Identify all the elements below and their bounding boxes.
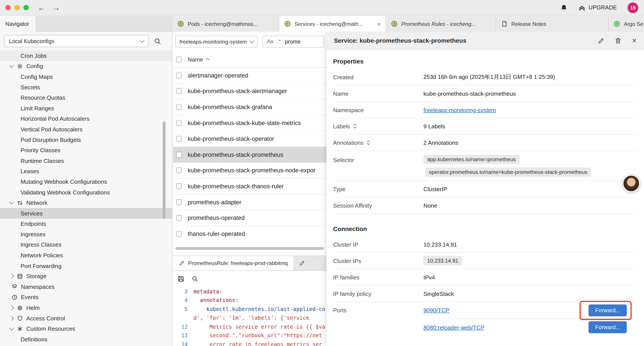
delete-trash-icon[interactable] [615,37,622,44]
sidebar-item-helm[interactable]: Helm [0,303,172,313]
forward-button[interactable]: Forward... [588,321,627,333]
tab-release-notes[interactable]: Release Notes [496,16,608,31]
code-line: 13 second.","runbook_url":"https://net [175,331,326,340]
table-row[interactable]: prometheus-operated [173,210,326,226]
row-checkbox[interactable] [176,120,182,126]
maximize-window-button[interactable] [24,5,29,10]
sidebar-item-ingresses[interactable]: Ingresses [0,229,172,240]
editor-tab-partial[interactable] [294,256,326,270]
select-all-checkbox[interactable] [176,56,182,62]
search-value: prome [285,38,301,44]
sidebar-item-access-control[interactable]: Access Control [0,313,172,324]
sidebar-item-config[interactable]: Config [0,61,172,71]
namespaces-layers-icon [12,284,18,290]
notifications-bell-icon[interactable] [560,4,568,11]
user-avatar[interactable] [623,175,640,192]
sidebar-item-cron-jobs[interactable]: Cron Jobs [0,50,172,61]
sidebar-item-port-forwarding[interactable]: Port Forwarding [0,261,172,271]
row-checkbox[interactable] [176,215,182,221]
edit-pencil-icon[interactable] [598,37,604,44]
editor-search-icon[interactable] [192,276,198,282]
row-checkbox[interactable] [176,183,182,189]
name-column-header[interactable]: Name [188,56,209,63]
sidebar-item-secrets[interactable]: Secrets [0,82,172,92]
sidebar-item-leases[interactable]: Leases [0,166,172,177]
tab-label: Pods - icecheng@mathmas... [188,21,258,27]
sidebar-item-events[interactable]: Events [0,292,172,303]
upgrade-button[interactable]: UPGRADE [578,4,617,11]
sidebar-item-services[interactable]: Services [0,208,172,219]
port-link-8080-reloader-web[interactable]: 8080:reloader-web/TCP [424,324,485,331]
row-checkbox[interactable] [176,88,182,94]
sidebar-item-config-maps[interactable]: Config Maps [0,71,172,82]
line-number: 3 [175,287,193,296]
expand-chevrons-icon[interactable] [366,140,370,145]
sidebar-item-custom-resources[interactable]: Custom Resources [0,324,172,334]
sidebar-item-endpoints[interactable]: Endpoints [0,219,172,229]
close-icon[interactable]: × [632,36,636,44]
sidebar-item-validating-webhook-configurations[interactable]: Validating Webhook Configurations [0,187,172,198]
forward-button[interactable]: Forward... [588,304,627,316]
row-checkbox[interactable] [176,231,182,237]
close-tab-icon[interactable]: × [374,20,381,27]
editor-tab-prometheusrule[interactable]: PrometheusRule: freeleaps-prod-rabbitmq [173,256,294,270]
notification-count-badge[interactable]: 15 [628,2,638,13]
sidebar-search-icon[interactable] [154,37,161,44]
sidebar-item-mutating-webhook-configurations[interactable]: Mutating Webhook Configurations [0,177,172,187]
row-checkbox[interactable] [176,152,182,157]
sidebar-item-resource-quotas[interactable]: Resource Quotas [0,92,172,103]
sidebar-item-storage[interactable]: Storage [0,271,172,282]
sidebar-item-limit-ranges[interactable]: Limit Ranges [0,103,172,113]
minimize-window-button[interactable] [14,5,20,10]
search-input[interactable]: Aa .* prome [262,35,324,47]
line-number [175,314,193,322]
sidebar-item-network-policies[interactable]: Network Policies [0,250,172,261]
sidebar-scrollbar[interactable] [163,122,166,219]
table-row[interactable]: kube-prometheus-stack-grafana [173,99,326,115]
sidebar-item-vertical-pod-autoscalers[interactable]: Vertical Pod Autoscalers [0,124,172,134]
row-checkbox[interactable] [176,168,182,173]
regex-icon[interactable]: .* [277,38,281,44]
sidebar-item-network[interactable]: Network [0,198,172,208]
sidebar-item-horizontal-pod-autoscalers[interactable]: Horizontal Pod Autoscalers [0,113,172,124]
port-link-9090[interactable]: 9090/TCP [424,307,449,314]
table-row[interactable]: prometheus-adapter [173,194,326,210]
row-checkbox[interactable] [176,199,182,205]
forward-icon[interactable]: → [52,4,60,11]
sidebar-item-namespaces[interactable]: Namespaces [0,281,172,292]
table-row[interactable]: thanos-ruler-operated [173,226,326,242]
tab-pods[interactable]: Pods - icecheng@mathmas... [172,16,279,31]
custom-resources-asterisk-icon [17,326,23,332]
table-row[interactable]: alertmanager-operated [173,68,326,83]
row-checkbox[interactable] [176,104,182,110]
connection-row-cluster-ips: Cluster IPs 10.233.14.91 [333,253,638,269]
table-row-selected[interactable]: kube-prometheus-stack-prometheus [173,147,326,163]
table-row[interactable]: kube-prometheus-stack-operator [173,131,326,147]
yaml-editor[interactable]: 3metadata: 4 annotations: 5 kubectl.kube… [173,287,326,346]
horizontal-scrollbar[interactable] [175,247,324,250]
table-row[interactable]: kube-prometheus-stack-thanos-ruler [173,178,326,194]
match-case-icon[interactable]: Aa [267,38,273,44]
tab-argo[interactable]: Argo Se [609,16,644,31]
sidebar-item-definitions[interactable]: Definitions [0,334,172,345]
row-checkbox[interactable] [176,72,182,78]
close-window-button[interactable] [5,5,10,10]
table-row[interactable]: kube-prometheus-stack-kube-state-metrics [173,115,326,131]
sidebar-item-priority-classes[interactable]: Priority Classes [0,145,172,155]
sidebar-item-pod-disruption-budgets[interactable]: Pod Disruption Budgets [0,134,172,145]
annotation-highlight-box: Forward... [588,304,627,316]
tab-services[interactable]: Services - icecheng@math... × [279,16,386,31]
back-icon[interactable]: ← [38,4,45,11]
sidebar-item-ingress-classes[interactable]: Ingress Classes [0,240,172,250]
table-row[interactable]: kube-prometheus-stack-alertmanager [173,83,326,99]
namespace-selector[interactable]: freeleaps-monitoring-system [175,35,258,47]
kubeconfig-selector[interactable]: Local Kubeconfigs [4,35,149,47]
save-icon[interactable] [177,275,184,282]
expand-chevrons-icon[interactable] [353,123,357,129]
namespace-link[interactable]: freeleaps-monitoring-system [424,106,496,113]
sidebar-item-runtime-classes[interactable]: Runtime Classes [0,155,172,166]
port-line: 8080:reloader-web/TCP Forward... [424,319,638,336]
table-row[interactable]: kube-prometheus-stack-prometheus-node-ex… [173,163,326,178]
row-checkbox[interactable] [176,136,182,142]
tab-prometheus-rules[interactable]: Prometheus Rules - icecheng... [386,16,496,31]
